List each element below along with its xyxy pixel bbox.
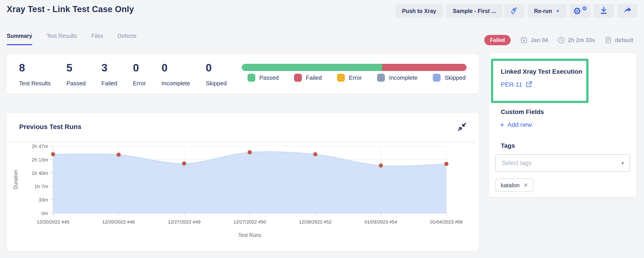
progress-segment-failed: [382, 64, 466, 71]
tab-test-results[interactable]: Test Results: [46, 33, 77, 45]
clock-icon: [558, 36, 565, 44]
stat-label: Test Results: [19, 80, 51, 87]
passed-swatch-icon: [248, 74, 255, 82]
gears-icon: ⚙: [573, 7, 581, 16]
details-side-panel: Linked Xray Test Execution PER-11 Custom…: [489, 53, 636, 197]
rerun-label: Re-run: [534, 8, 552, 14]
svg-text:2h 47m: 2h 47m: [32, 144, 48, 149]
test-execution-report-page: Xray Test - Link Test Case Only Push to …: [0, 0, 644, 258]
rerun-button[interactable]: Re-run ▼: [528, 4, 566, 18]
tab-summary[interactable]: Summary: [7, 33, 32, 45]
progress-segment-passed: [242, 64, 382, 71]
stat-label: Passed: [66, 80, 86, 87]
svg-text:12/27/2022 #49: 12/27/2022 #49: [168, 219, 200, 224]
header-actions: Push to Xray Sample - First ... Re-run ▼…: [396, 4, 638, 18]
linked-execution-row: PER-11: [501, 81, 586, 88]
stat-test-results: 8 Test Results: [19, 62, 51, 87]
custom-fields-heading: Custom Fields: [501, 108, 544, 116]
collapse-icon: [457, 129, 467, 132]
svg-text:Duration: Duration: [13, 170, 18, 189]
tags-heading: Tags: [501, 142, 515, 149]
paper-plane-icon: [510, 6, 518, 16]
legend-item-failed: Failed: [294, 74, 322, 82]
svg-text:12/28/2022 #52: 12/28/2022 #52: [299, 219, 332, 224]
execution-date-label: Jan 04: [530, 37, 548, 44]
legend-item-error: Error: [337, 74, 362, 82]
stat-value: 5: [66, 62, 86, 74]
stats-list: 8 Test Results 5 Passed 3 Failed 0 Error…: [19, 62, 227, 87]
report-tabs: Summary Test Results Files Defects: [7, 33, 136, 45]
execution-profile: default: [604, 36, 633, 44]
incomplete-swatch-icon: [377, 74, 385, 82]
plus-icon: +: [500, 121, 504, 129]
tab-defects[interactable]: Defects: [118, 33, 136, 45]
linked-execution-heading: Linked Xray Test Execution: [501, 68, 586, 75]
share-forward-icon: [623, 6, 632, 16]
stat-value: 3: [101, 62, 117, 74]
svg-text:12/20/2022 #45: 12/20/2022 #45: [37, 219, 69, 224]
stat-value: 8: [19, 62, 51, 74]
calendar-icon: [520, 36, 528, 44]
results-legend: Passed Failed Error Incomplete Skipped: [242, 74, 466, 82]
tag-chip-label: katalon: [501, 182, 520, 189]
external-link-icon[interactable]: [526, 81, 532, 88]
linked-execution-link[interactable]: PER-11: [501, 81, 522, 88]
execution-status-row: Failed Jan 04 2h 2m 33s: [484, 35, 633, 45]
send-sample-button[interactable]: [504, 4, 524, 18]
svg-text:01/04/2023 #56: 01/04/2023 #56: [430, 219, 463, 224]
previous-test-runs-chart: 0m33m1h 7m1h 40m2h 13m2h 47m12/20/2022 #…: [7, 142, 479, 247]
sample-button[interactable]: Sample - First ...: [446, 4, 503, 18]
push-to-xray-button[interactable]: Push to Xray: [396, 4, 443, 18]
add-custom-field-button[interactable]: + Add new: [500, 121, 532, 129]
legend-item-passed: Passed: [248, 74, 279, 82]
stat-passed: 5 Passed: [66, 62, 86, 87]
execution-profile-label: default: [615, 37, 633, 44]
execution-duration: 2h 2m 33s: [558, 36, 595, 44]
svg-text:12/27/2022 #50: 12/27/2022 #50: [234, 219, 266, 224]
svg-text:Test Runs: Test Runs: [238, 232, 261, 238]
tags-select-placeholder: Select tags: [502, 160, 622, 167]
svg-text:1h 40m: 1h 40m: [32, 170, 48, 176]
stat-error: 0 Error: [133, 62, 146, 87]
svg-text:1h 7m: 1h 7m: [34, 184, 48, 189]
remove-tag-button[interactable]: ✕: [524, 182, 528, 188]
stat-label: Error: [133, 80, 146, 87]
tags-select-input[interactable]: Select tags ▾: [496, 154, 630, 172]
stat-value: 0: [133, 62, 146, 74]
execution-date: Jan 04: [520, 36, 548, 44]
results-progress-bar: [242, 64, 466, 71]
download-button[interactable]: [594, 4, 614, 18]
legend-item-incomplete: Incomplete: [377, 74, 417, 82]
stat-label: Incomplete: [162, 80, 190, 87]
previous-test-runs-card: Previous Test Runs 0m33m1h 7m1h 40m2h 13…: [7, 113, 479, 251]
stat-label: Failed: [101, 80, 117, 87]
svg-text:2h 13m: 2h 13m: [32, 157, 48, 163]
linked-xray-highlight-box: Linked Xray Test Execution PER-11: [491, 59, 588, 103]
svg-text:12/20/2022 #46: 12/20/2022 #46: [102, 219, 135, 224]
results-progress: Passed Failed Error Incomplete Skipped: [242, 64, 466, 82]
collapse-chart-button[interactable]: [456, 122, 467, 132]
stat-value: 0: [206, 62, 227, 74]
status-badge: Failed: [484, 35, 511, 45]
svg-text:0m: 0m: [41, 210, 48, 216]
select-caret-icon: ▾: [622, 160, 624, 166]
settings-button[interactable]: ⚙ ⚙: [570, 4, 590, 18]
failed-swatch-icon: [294, 74, 302, 82]
legend-item-skipped: Skipped: [433, 74, 466, 82]
tab-files[interactable]: Files: [91, 33, 103, 45]
svg-text:33m: 33m: [38, 197, 48, 203]
error-swatch-icon: [337, 74, 345, 82]
execution-duration-label: 2h 2m 33s: [568, 37, 595, 44]
summary-stats-card: 8 Test Results 5 Passed 3 Failed 0 Error…: [7, 54, 479, 93]
sample-split-button: Sample - First ...: [446, 4, 524, 18]
stat-incomplete: 0 Incomplete: [162, 62, 190, 87]
svg-text:01/03/2023 #54: 01/03/2023 #54: [364, 219, 397, 224]
stat-value: 0: [162, 62, 190, 74]
profile-list-icon: [604, 36, 612, 44]
gear-small-icon: ⚙: [582, 6, 587, 11]
share-button[interactable]: [617, 4, 638, 18]
page-title: Xray Test - Link Test Case Only: [7, 5, 134, 14]
stat-skipped: 0 Skipped: [206, 62, 227, 87]
download-icon: [600, 6, 608, 16]
skipped-swatch-icon: [433, 74, 440, 82]
